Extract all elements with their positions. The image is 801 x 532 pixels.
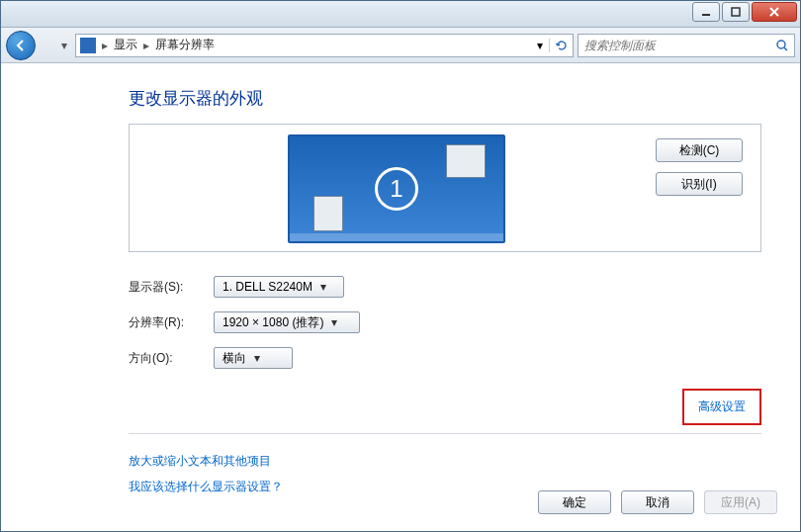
ok-button[interactable]: 确定: [538, 490, 611, 514]
help-choose-link[interactable]: 我应该选择什么显示器设置？: [129, 480, 283, 493]
resolution-select-value: 1920 × 1080 (推荐): [222, 314, 323, 331]
control-panel-icon: [80, 38, 96, 53]
chevron-down-icon: ▾: [320, 280, 326, 294]
monitor-preview[interactable]: 1: [288, 134, 505, 243]
text-size-link[interactable]: 放大或缩小文本和其他项目: [129, 454, 271, 468]
resolution-label: 分辨率(R):: [129, 314, 214, 331]
dialog-button-bar: 确定 取消 应用(A): [538, 490, 777, 514]
search-input[interactable]: [578, 39, 770, 52]
history-chevron-icon[interactable]: ▾: [61, 39, 67, 52]
back-button[interactable]: [6, 31, 36, 60]
display-row: 显示器(S): 1. DELL S2240M ▾: [129, 274, 761, 300]
titlebar: [0, 0, 801, 28]
toolbar: ▾ ▸ 显示 ▸ 屏幕分辨率 ▾: [0, 28, 801, 63]
resolution-row: 分辨率(R): 1920 × 1080 (推荐) ▾: [129, 310, 761, 335]
search-icon[interactable]: [770, 39, 794, 52]
highlight-box: 高级设置: [682, 389, 761, 425]
preview-window-icon: [313, 196, 343, 231]
maximize-button[interactable]: [722, 2, 750, 22]
monitor-number-badge: 1: [375, 167, 418, 211]
content-area: 更改显示器的外观 1 检测(C) 识别(I) 显示器(S): 1. DELL S…: [0, 63, 801, 499]
svg-point-4: [777, 41, 785, 48]
orientation-row: 方向(O): 横向 ▾: [129, 345, 761, 371]
chevron-right-icon: ▸: [100, 39, 110, 52]
orientation-select-value: 横向: [222, 350, 246, 367]
svg-line-5: [784, 47, 787, 50]
advanced-settings-link[interactable]: 高级设置: [698, 399, 746, 413]
search-box[interactable]: [578, 34, 795, 57]
breadcrumb-seg-display[interactable]: 显示: [110, 37, 141, 53]
refresh-button[interactable]: [549, 39, 573, 52]
svg-rect-1: [732, 8, 740, 16]
display-select-value: 1. DELL S2240M: [222, 280, 312, 294]
nav-buttons: ▾: [6, 31, 67, 60]
orientation-select[interactable]: 横向 ▾: [214, 347, 293, 369]
chevron-down-icon: ▾: [254, 351, 260, 365]
breadcrumb[interactable]: ▸ 显示 ▸ 屏幕分辨率 ▾: [75, 34, 574, 57]
breadcrumb-seg-resolution[interactable]: 屏幕分辨率: [151, 37, 219, 53]
minimize-button[interactable]: [692, 2, 720, 22]
divider: [129, 433, 761, 434]
display-select[interactable]: 1. DELL S2240M ▾: [214, 276, 344, 298]
apply-button[interactable]: 应用(A): [704, 490, 777, 514]
identify-button[interactable]: 识别(I): [656, 172, 743, 196]
close-button[interactable]: [752, 2, 797, 22]
display-label: 显示器(S):: [129, 279, 214, 296]
detect-button[interactable]: 检测(C): [656, 138, 743, 162]
address-dropdown-icon[interactable]: ▾: [531, 39, 549, 52]
orientation-label: 方向(O):: [129, 350, 214, 367]
page-title: 更改显示器的外观: [129, 87, 761, 110]
preview-window-icon: [446, 144, 486, 178]
chevron-right-icon: ▸: [141, 39, 151, 52]
chevron-down-icon: ▾: [331, 315, 337, 329]
cancel-button[interactable]: 取消: [621, 490, 694, 514]
preview-taskbar: [290, 233, 503, 241]
resolution-select[interactable]: 1920 × 1080 (推荐) ▾: [214, 311, 360, 333]
monitor-preview-panel: 1 检测(C) 识别(I): [129, 124, 761, 252]
